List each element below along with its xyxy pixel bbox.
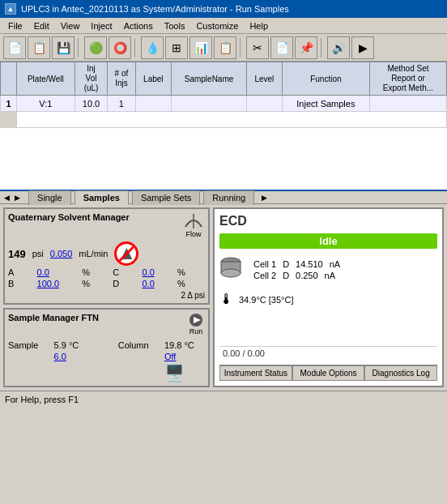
channel-c-label: C	[113, 267, 138, 277]
abcd-grid: A 0.0 % C 0.0 % B 100.0 % D 0.0 %	[8, 267, 205, 288]
row-number: 1	[1, 96, 17, 112]
toolbar-sep2	[134, 38, 138, 58]
toolbar-copy[interactable]: 📋	[28, 36, 50, 59]
col-plate-well: Plate/Well	[17, 62, 75, 96]
cell2-label: Cell 2	[253, 271, 276, 280]
table-area: Plate/Well InjVol(uL) # ofInjs Label Sam…	[0, 62, 447, 191]
cell-level[interactable]	[246, 96, 282, 112]
tab-running[interactable]: Running	[203, 190, 254, 205]
channel-a-val[interactable]: 0.0	[37, 267, 79, 277]
channel-a-unit: %	[82, 267, 109, 277]
toolbar-paste[interactable]: 📌	[295, 36, 317, 59]
toolbar-water[interactable]: 💧	[141, 36, 164, 59]
menu-help[interactable]: Help	[245, 20, 273, 32]
ecd-cells-container: Cell 1 D 14.510 nA Cell 2 D 0.250 nA	[219, 254, 437, 286]
app-icon: ▲	[5, 3, 16, 15]
column-temp: 19.8 °C	[164, 340, 205, 350]
sm-title: Sample Manager FTN	[8, 313, 99, 322]
ecd-tab-module[interactable]: Module Options	[292, 365, 365, 381]
sample-manager-panel: Sample Manager FTN Run Sample 5.9 °C Col…	[3, 308, 210, 387]
col-icon	[1, 62, 17, 96]
menu-edit[interactable]: Edit	[29, 20, 54, 32]
menu-customize[interactable]: Customize	[191, 20, 243, 32]
cell1-unit: nA	[330, 259, 340, 269]
left-panel: Quaternary Solvent Manager Flow 149 psi …	[3, 207, 210, 387]
cell-num-injs[interactable]: 1	[108, 96, 135, 112]
toolbar-audio[interactable]: 🔊	[327, 36, 350, 59]
cell-icon-container	[219, 254, 242, 286]
channel-d-val[interactable]: 0.0	[142, 279, 174, 288]
bottom-panels: Quaternary Solvent Manager Flow 149 psi …	[0, 204, 447, 391]
col-function: Function	[282, 62, 369, 96]
cell-method[interactable]	[369, 96, 446, 112]
row-num-empty	[1, 112, 17, 128]
run-icon	[187, 313, 205, 327]
status-text: For Help, press F1	[5, 395, 79, 404]
ecd-tab-diagnostics[interactable]: Diagnostics Log	[364, 365, 437, 381]
right-panel: ECD Idle Cell 1 D 14.510 nA	[213, 207, 444, 387]
channel-b-label: B	[8, 279, 34, 288]
col-label: Label	[135, 62, 172, 96]
flow-icon-container: Flow	[182, 212, 205, 238]
cell-stack-icon	[219, 254, 242, 286]
toolbar-stop[interactable]: ⭕	[109, 36, 131, 59]
ecd-tab-instrument[interactable]: Instrument Status	[219, 365, 292, 381]
cell2-value: 0.250	[296, 271, 318, 280]
toolbar-table[interactable]: 📋	[214, 36, 236, 59]
cell-sample-name[interactable]	[172, 96, 247, 112]
menu-file[interactable]: File	[3, 20, 28, 32]
cell-plate-well[interactable]: V:1	[17, 96, 75, 112]
cell1-channel: D	[283, 259, 289, 269]
sm-grid: Sample 5.9 °C Column 19.8 °C 6.0 Off 🖥️	[8, 340, 205, 382]
toolbar-more[interactable]: ▶	[351, 36, 374, 59]
toolbar-save[interactable]: 💾	[52, 36, 74, 59]
column-val2[interactable]: Off	[164, 352, 205, 361]
table-row[interactable]: 1 V:1 10.0 1 Inject Samples	[1, 96, 447, 112]
cell1-label: Cell 1	[253, 259, 276, 269]
sm-image: 🖥️	[164, 363, 205, 382]
empty-cell	[17, 112, 447, 128]
cell-inj-vol[interactable]: 10.0	[74, 96, 108, 112]
nav-strip: ◀ ▶ Single Samples Sample Sets Running ▶	[0, 191, 447, 204]
cell-function[interactable]: Inject Samples	[282, 96, 369, 112]
toolbar-new[interactable]: 📄	[3, 36, 26, 59]
nav-left[interactable]: ◀	[2, 194, 12, 202]
cell1-row: Cell 1 D 14.510 nA	[253, 259, 340, 269]
channel-b-val[interactable]: 100.0	[37, 279, 79, 288]
svg-point-5	[221, 269, 241, 277]
qsm-panel: Quaternary Solvent Manager Flow 149 psi …	[3, 207, 210, 305]
sample-label: Sample	[8, 340, 49, 350]
channel-d-unit: %	[177, 279, 205, 288]
menu-tools[interactable]: Tools	[160, 20, 190, 32]
flow-rate[interactable]: 0.050	[50, 249, 73, 258]
status-bar: For Help, press F1	[0, 391, 447, 407]
ecd-status: Idle	[219, 233, 437, 249]
cell2-channel: D	[283, 271, 289, 280]
toolbar-cut[interactable]: ✂	[246, 36, 269, 59]
tab-sample-sets[interactable]: Sample Sets	[132, 190, 200, 205]
toolbar-chart[interactable]: 📊	[189, 36, 212, 59]
toolbar-copy2[interactable]: 📄	[270, 36, 293, 59]
title-text: UPLC3 in Antec_20210113 as System/Admini…	[21, 4, 289, 14]
toolbar-run[interactable]: 🟢	[84, 36, 107, 59]
column-label: Column	[118, 340, 160, 350]
title-bar: ▲ UPLC3 in Antec_20210113 as System/Admi…	[0, 0, 447, 18]
nav-right2[interactable]: ▶	[259, 194, 270, 202]
channel-b-unit: %	[82, 279, 109, 288]
sample-temp: 5.9 °C	[54, 340, 90, 350]
tab-single[interactable]: Single	[28, 190, 71, 205]
tab-samples[interactable]: Samples	[74, 190, 129, 205]
sample-val2[interactable]: 6.0	[54, 352, 90, 361]
nav-right[interactable]: ▶	[12, 194, 23, 202]
thermometer-icon: 🌡	[219, 291, 234, 308]
col-level: Level	[246, 62, 282, 96]
menu-inject[interactable]: Inject	[86, 20, 117, 32]
menu-actions[interactable]: Actions	[119, 20, 158, 32]
cell-label[interactable]	[135, 96, 172, 112]
cell2-unit: nA	[325, 271, 335, 280]
channel-c-val[interactable]: 0.0	[142, 267, 174, 277]
ecd-title: ECD	[219, 214, 437, 229]
menu-view[interactable]: View	[56, 20, 85, 32]
toolbar-grid[interactable]: ⊞	[165, 36, 188, 59]
channel-d-label: D	[113, 279, 138, 288]
